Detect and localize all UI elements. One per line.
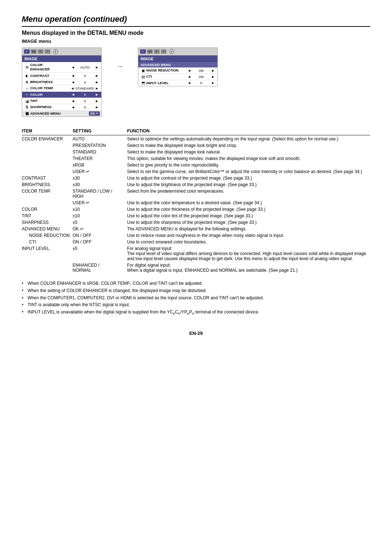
col-header-setting: SETTING xyxy=(73,128,127,135)
noise-reduction-icon: ▣ xyxy=(140,69,146,73)
notes-list: When COLOR ENHANCER is sRGB, COLOR TEMP.… xyxy=(22,280,370,316)
table-cell-setting: STANDARD / LOW / HIGH xyxy=(73,188,127,199)
table-cell-setting: ENHANCED / NORMAL xyxy=(73,262,127,273)
right-menu-header: IMAGE xyxy=(138,56,217,62)
table-cell-function: Use to adjust the color temperature to a… xyxy=(127,199,370,206)
page-title: Menu operation (continued) xyxy=(22,15,370,27)
table-cell-setting: USER ↵ xyxy=(73,199,127,206)
arrow-left-nr: ◄ xyxy=(186,69,192,73)
color-enhancer-icon: ⚙ xyxy=(24,65,30,69)
table-cell-item: ADVANCED MENU xyxy=(22,225,73,232)
contrast-label: CONTRAST xyxy=(30,74,70,78)
menu-panels: ▪ opt. ▪ i i IMAGE ⚙ COLORENHANCER ◄ AUT… xyxy=(22,48,370,117)
table-cell-item: NOISE REDUCTION xyxy=(22,232,73,238)
table-cell-function: For analog signal input: The input level… xyxy=(127,245,370,262)
table-cell-setting: USER ↵ xyxy=(73,168,127,175)
table-cell-item: CTI xyxy=(22,238,73,245)
table-row: SHARPNESS±5Use to adjust the sharpness o… xyxy=(22,219,370,225)
table-row: COLOR TEMP.STANDARD / LOW / HIGHSelect f… xyxy=(22,188,370,199)
table-row: USER ↵Use to adjust the color temperatur… xyxy=(22,199,370,206)
left-menu-header: IMAGE xyxy=(22,56,101,62)
advanced-menu-subheader: ADVANCED MENU xyxy=(138,62,217,67)
bullet-item: When COLOR ENHANCER is sRGB, COLOR TEMP.… xyxy=(22,280,370,287)
topbar-icon-4: i xyxy=(45,49,50,54)
bullet-item: When the COMPUTER1, COMPUTER2, DVI or HD… xyxy=(22,295,370,301)
table-row: PRESENTATIONSelect to make the displayed… xyxy=(22,142,370,148)
menu-row-noise-reduction: ▣ NOISE REDUCTION ◄ ON ► xyxy=(138,67,217,74)
table-row: COLOR ENHANCERAUTOSelect to optimize the… xyxy=(22,135,370,142)
bullet-item: When the setting of COLOR ENHANCER is ch… xyxy=(22,288,370,294)
table-cell-function: Select to optimize the settings automati… xyxy=(127,135,370,142)
advanced-menu-icon: ▦ xyxy=(24,111,30,115)
table-cell-item: INPUT LEVEL xyxy=(22,245,73,262)
page-number: EN-29 xyxy=(22,331,370,336)
table-row: TINT±10Use to adjust the color tint of t… xyxy=(22,212,370,219)
subsection-title: IMAGE menu xyxy=(22,38,370,44)
arrow-left-cti: ◄ xyxy=(186,75,192,79)
table-row: ENHANCED / NORMALFor digital signal inpu… xyxy=(22,262,370,273)
col-header-item: ITEM xyxy=(22,128,73,135)
tint-value: 0 xyxy=(76,99,94,103)
cti-icon: ▤ xyxy=(140,75,146,79)
table-cell-function: Select to make the displayed image look … xyxy=(127,148,370,155)
table-row: CTION / OFFUse to correct smeared color … xyxy=(22,238,370,245)
table-cell-function: Use to adjust the brightness of the proj… xyxy=(127,181,370,188)
color-enhancer-label: COLORENHANCER xyxy=(30,63,70,72)
arrow-left-2: ◄ xyxy=(70,74,76,78)
table-cell-function: Select to set the gamma curve, set Brill… xyxy=(127,168,370,175)
tint-icon: ◪ xyxy=(24,99,30,103)
arrow-right-6: ► xyxy=(94,99,100,103)
table-cell-setting: THEATER xyxy=(73,155,127,161)
input-level-icon: ⬒ xyxy=(140,81,146,85)
table-cell-item: COLOR xyxy=(22,206,73,212)
right-menu-panel: ▪ opt. ▪ i i IMAGE ADVANCED MENU ▣ NOISE… xyxy=(138,48,218,86)
topbar-icon-2: opt. xyxy=(31,49,37,54)
table-cell-function: Use to adjust the contrast of the projec… xyxy=(127,175,370,181)
table-cell-item xyxy=(22,199,73,206)
right-topbar: ▪ opt. ▪ i i xyxy=(138,48,217,56)
contrast-icon: ◐ xyxy=(24,74,30,78)
menu-row-color: ▪ COLOR ◄ 0 ► xyxy=(22,92,101,98)
table-row: INPUT LEVEL±5For analog signal input: Th… xyxy=(22,245,370,262)
table-cell-function: This option, suitable for viewing movies… xyxy=(127,155,370,161)
table-cell-item: BRIGHTNESS xyxy=(22,181,73,188)
color-enhancer-value: AUTO xyxy=(76,65,94,69)
table-cell-item xyxy=(22,168,73,175)
topbar-icon-3: ▪ xyxy=(38,49,44,54)
left-topbar: ▪ opt. ▪ i i xyxy=(22,48,101,56)
color-temp-icon: ☼ xyxy=(24,86,30,90)
noise-reduction-value: ON xyxy=(192,69,210,73)
ok-button[interactable]: OK↵ xyxy=(89,111,100,116)
table-cell-function: Use to reduce noise and roughness in the… xyxy=(127,232,370,238)
input-level-value: 0 xyxy=(192,81,210,85)
table-cell-setting: ±5 xyxy=(73,245,127,262)
brightness-value: 0 xyxy=(76,80,94,84)
right-topbar-icon-1: ▪ xyxy=(140,49,146,54)
arrow-right-il: ► xyxy=(210,81,216,85)
brightness-label: BRIGHTNESS xyxy=(30,80,70,84)
table-cell-item: COLOR ENHANCER xyxy=(22,135,73,142)
table-cell-item xyxy=(22,262,73,273)
table-cell-item: TINT xyxy=(22,212,73,219)
table-row: sRGBSelect to give priority to the color… xyxy=(22,161,370,168)
sharpness-icon: S xyxy=(24,105,30,109)
table-cell-item xyxy=(22,142,73,148)
table-row: ADVANCED MENUOK ↵The ADVANCED MENU is di… xyxy=(22,225,370,232)
section-title: Menus displayed in the DETAIL MENU mode xyxy=(22,30,370,36)
table-cell-function: Use to correct smeared color boundaries. xyxy=(127,238,370,245)
table-cell-item: COLOR TEMP. xyxy=(22,188,73,199)
bullet-item: INPUT LEVEL is unavailable when the digi… xyxy=(22,309,370,316)
arrow-right-7: ► xyxy=(94,105,100,109)
table-row: STANDARDSelect to make the displayed ima… xyxy=(22,148,370,155)
color-icon: ▪ xyxy=(24,93,30,97)
cti-value: ON xyxy=(192,75,210,79)
table-cell-setting: OK ↵ xyxy=(73,225,127,232)
table-cell-item xyxy=(22,148,73,155)
menu-row-sharpness: S SHARPNESS ◄ 0 ► xyxy=(22,104,101,110)
tint-label: TINT xyxy=(30,99,70,103)
table-cell-item xyxy=(22,161,73,168)
table-cell-function: Select to give priority to the color rep… xyxy=(127,161,370,168)
table-cell-function: Select from the predetermined color temp… xyxy=(127,188,370,199)
enter-icon: ↵ xyxy=(96,112,98,115)
arrow-left-6: ◄ xyxy=(70,99,76,103)
